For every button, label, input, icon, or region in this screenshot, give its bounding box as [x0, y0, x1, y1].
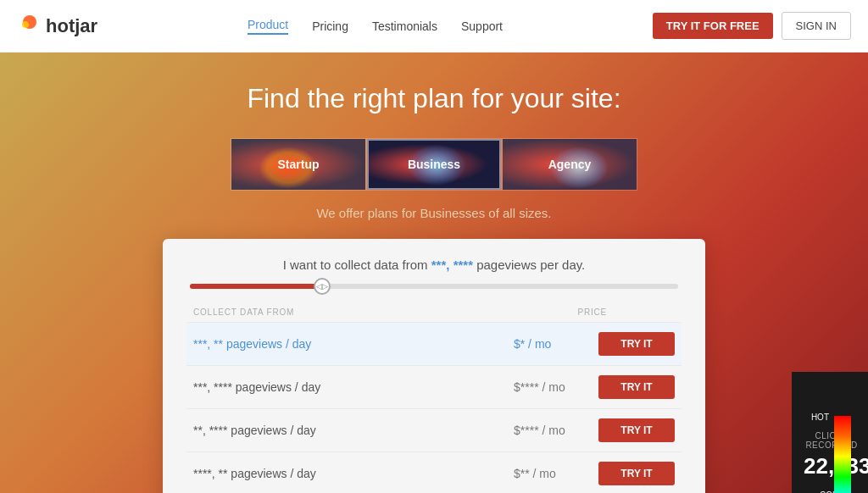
plan-tab-agency[interactable]: Agency [502, 138, 637, 191]
selector-prefix: I want to collect data from [283, 258, 428, 272]
pricing-row: **, **** pageviews / day $**** / mo TRY … [186, 408, 682, 451]
row-price: $** / mo [514, 467, 598, 480]
row-price: $* / mo [514, 337, 598, 351]
legend-inner: HOT COLD [800, 380, 860, 493]
plan-tab-startup[interactable]: Startup [231, 138, 366, 191]
pricing-card: I want to collect data from ***, **** pa… [163, 239, 705, 493]
col-header-price: PRICE [577, 307, 607, 317]
slider-fill [190, 284, 326, 289]
header: hotjar Product Pricing Testimonials Supp… [0, 0, 868, 53]
pricing-row: ***, **** pageviews / day $**** / mo TRY… [186, 365, 682, 408]
row-pageviews: ***, ** pageviews / day [193, 337, 514, 351]
nav-item-testimonials[interactable]: Testimonials [372, 19, 437, 33]
hero-subtitle: We offer plans for Businesses of all siz… [316, 206, 551, 220]
pricing-row: ***, ** pageviews / day $* / mo TRY IT [186, 322, 682, 365]
selector-value: ***, **** [431, 258, 473, 272]
try-free-button[interactable]: TRY IT FOR FREE [653, 13, 773, 39]
svg-point-1 [22, 21, 29, 28]
nav-item-product[interactable]: Product [248, 18, 288, 35]
main-nav: Product Pricing Testimonials Support [248, 18, 503, 35]
logo-icon [17, 14, 42, 39]
hot-label: HOT [811, 413, 829, 422]
row-price: $**** / mo [514, 424, 598, 437]
logo-text: hotjar [46, 15, 97, 37]
hero-section: Find the right plan for your site: Start… [0, 53, 868, 493]
slider-track[interactable]: ◁▷ [190, 284, 678, 289]
selector-suffix: pageviews per day. [476, 258, 585, 272]
sign-in-button[interactable]: SIGN IN [782, 12, 851, 40]
heatmap-legend: HOT COLD CLICKS RECORDED 22,633 [792, 372, 868, 493]
row-pageviews: ****, ** pageviews / day [193, 467, 514, 480]
pageviews-selector: I want to collect data from ***, **** pa… [186, 258, 682, 272]
pricing-rows: ***, ** pageviews / day $* / mo TRY IT *… [186, 322, 682, 493]
hero-title: Find the right plan for your site: [247, 83, 620, 114]
try-it-button-0[interactable]: TRY IT [598, 332, 675, 356]
slider-thumb[interactable]: ◁▷ [314, 278, 331, 295]
try-it-button-1[interactable]: TRY IT [598, 375, 675, 399]
plan-tab-business[interactable]: Business [366, 138, 502, 191]
nav-actions: TRY IT FOR FREE SIGN IN [653, 12, 851, 40]
pricing-row: ****, ** pageviews / day $** / mo TRY IT [186, 451, 682, 493]
nav-item-support[interactable]: Support [461, 19, 503, 33]
col-header-data: COLLECT DATA FROM [193, 307, 294, 317]
plan-tabs: Startup Business Agency [231, 138, 637, 191]
color-bar [834, 416, 851, 493]
row-price: $**** / mo [514, 380, 598, 394]
row-pageviews: **, **** pageviews / day [193, 424, 514, 437]
row-pageviews: ***, **** pageviews / day [193, 380, 514, 394]
nav-item-pricing[interactable]: Pricing [312, 19, 348, 33]
try-it-button-3[interactable]: TRY IT [598, 462, 675, 485]
slider-container: ◁▷ [186, 284, 682, 289]
try-it-button-2[interactable]: TRY IT [598, 418, 675, 442]
logo: hotjar [17, 14, 97, 39]
table-header: COLLECT DATA FROM PRICE [186, 304, 682, 322]
